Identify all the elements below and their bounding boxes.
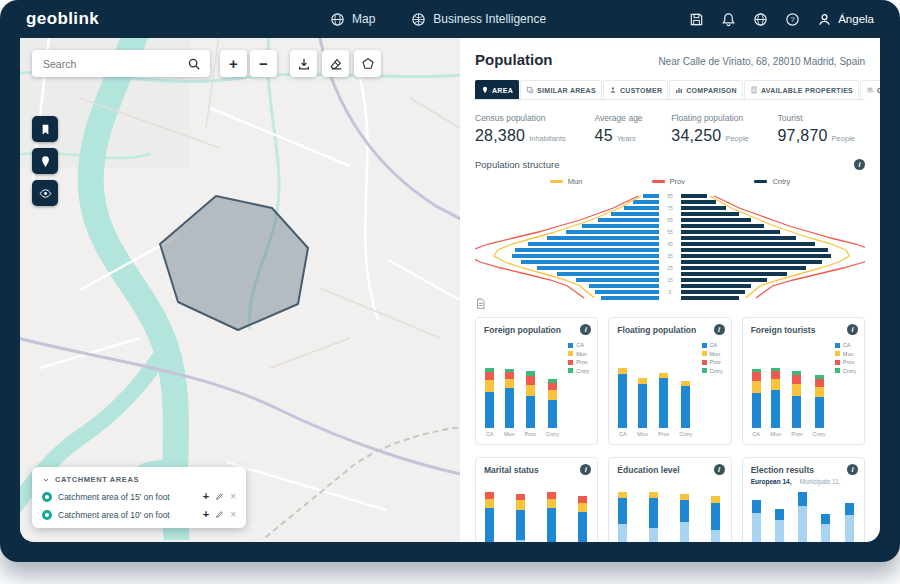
doc-icon[interactable]	[475, 298, 486, 309]
legend-item-prov: Prov	[568, 359, 589, 365]
address-text: Near Calle de Viriato, 68, 28010 Madrid,…	[658, 56, 865, 67]
grid-globe-icon	[411, 12, 426, 27]
map-side-tools	[32, 116, 58, 206]
info-icon[interactable]: i	[714, 464, 725, 475]
close-icon[interactable]: ×	[230, 492, 236, 502]
chart-card-marital-status: Marital statusi	[475, 457, 598, 542]
pin-icon	[39, 155, 52, 168]
bar: Mun	[504, 369, 515, 438]
tab-area[interactable]: Area	[475, 80, 519, 99]
svg-text:?: ?	[791, 15, 795, 24]
info-icon[interactable]: i	[580, 324, 591, 335]
card-annotations: European 14,Municipals 11,	[751, 478, 856, 485]
bar: Cntry	[679, 381, 692, 438]
search-input[interactable]	[41, 57, 187, 71]
visibility-toggle[interactable]	[42, 492, 52, 502]
people-icon	[866, 86, 874, 94]
page-title: Population	[475, 51, 553, 68]
panel-header: Population Near Calle de Viriato, 68, 28…	[475, 51, 865, 68]
x-label: Prov	[658, 431, 669, 438]
tab-label: Area	[492, 87, 513, 94]
tab-consumers[interactable]: Consumers	[860, 80, 880, 99]
bar: Mun	[637, 378, 648, 438]
info-icon[interactable]: i	[580, 464, 591, 475]
card-title: Éducation level	[617, 465, 722, 475]
legend-item-ca: CA	[568, 342, 589, 348]
help-button[interactable]: ?	[785, 12, 800, 27]
legend-item-ca: CA	[702, 342, 723, 348]
close-icon[interactable]: ×	[230, 510, 236, 520]
info-icon[interactable]: i	[854, 159, 865, 170]
erase-button[interactable]	[322, 50, 349, 77]
add-icon[interactable]: +	[203, 491, 209, 502]
tab-label: Customer	[620, 87, 662, 94]
bar: CA	[485, 368, 494, 438]
add-icon[interactable]: +	[203, 509, 209, 520]
language-button[interactable]	[753, 12, 768, 27]
bar	[711, 496, 720, 542]
bookmark-icon	[39, 123, 52, 136]
x-label: Cntry	[812, 431, 825, 438]
card-legend: CAMunProvCntry	[835, 342, 856, 374]
locations-button[interactable]	[32, 148, 58, 174]
card-legend: CAMunProvCntry	[702, 342, 723, 374]
download-icon	[297, 57, 311, 71]
legend-item-cntry: Cntry	[835, 368, 856, 374]
nav-item-business-intelligence[interactable]: Business Intelligence	[411, 12, 546, 27]
draw-polygon-button[interactable]	[354, 50, 381, 77]
visibility-toggle[interactable]	[42, 510, 52, 520]
info-icon[interactable]: i	[714, 324, 725, 335]
x-label: Mun	[637, 431, 648, 438]
geoblink-logo[interactable]: geoblink	[26, 9, 99, 29]
pencil-icon[interactable]	[215, 510, 224, 519]
stat-floating-population: Floating population34,250People	[671, 113, 749, 145]
tab-label: Available properties	[761, 87, 853, 94]
bars-area: CAMunProvCntry	[618, 368, 692, 438]
bar	[485, 492, 494, 542]
bookmarks-button[interactable]	[32, 116, 58, 142]
visibility-button[interactable]	[32, 180, 58, 206]
bar: Prov	[658, 373, 669, 438]
map-canvas[interactable]: +− Catchment areas Catchment area of 15'…	[20, 38, 460, 542]
tab-customer[interactable]: Customer	[603, 80, 668, 99]
tab-similar-areas[interactable]: Similar areas	[520, 80, 602, 99]
catchment-title: Catchment areas	[55, 475, 139, 484]
zoom-out-button[interactable]: −	[250, 50, 277, 77]
user-menu[interactable]: Ángela	[817, 12, 874, 27]
zoom-in-button[interactable]: +	[220, 50, 247, 77]
bar	[649, 492, 658, 542]
bar: Cntry	[812, 375, 825, 438]
card-title: Marital status	[484, 465, 589, 475]
bar	[775, 509, 784, 542]
info-icon[interactable]: i	[847, 464, 858, 475]
topbar-nav: MapBusiness Intelligence	[330, 12, 546, 27]
notifications-button[interactable]	[721, 12, 736, 27]
pin-icon	[481, 86, 489, 94]
catchment-item[interactable]: Catchment area of 15' on foot+×	[42, 491, 236, 502]
annotation: Municipals 11,	[799, 478, 840, 485]
card-title: Foreign tourists	[751, 325, 856, 335]
x-label: Prov	[791, 431, 802, 438]
search-icon[interactable]	[187, 57, 201, 71]
tab-bar: AreaSimilar areasCustomerComparisonAvail…	[475, 80, 865, 100]
x-label: Mun	[504, 431, 515, 438]
info-icon[interactable]: i	[847, 324, 858, 335]
download-button[interactable]	[290, 50, 317, 77]
save-button[interactable]	[689, 12, 704, 27]
eraser-icon	[329, 57, 343, 71]
bar: Cntry	[546, 379, 559, 438]
pencil-icon[interactable]	[215, 492, 224, 501]
bars-area: CAMunProvCntry	[485, 368, 559, 438]
tab-comparison[interactable]: Comparison	[669, 80, 743, 99]
catchment-header[interactable]: Catchment areas	[42, 475, 236, 484]
nav-item-map[interactable]: Map	[330, 12, 375, 27]
tab-available-properties[interactable]: Available properties	[744, 80, 859, 99]
legend-item-prov: Prov	[652, 177, 685, 186]
bar: Prov	[525, 371, 536, 438]
catchment-item[interactable]: Catchment area of 10' on foot+×	[42, 509, 236, 520]
stat-unit: Inhabitants	[529, 134, 566, 143]
structure-title: Population structure	[475, 159, 560, 170]
stat-unit: People	[725, 134, 748, 143]
legend-item-prov: Prov	[702, 359, 723, 365]
x-label: Prov	[525, 431, 536, 438]
